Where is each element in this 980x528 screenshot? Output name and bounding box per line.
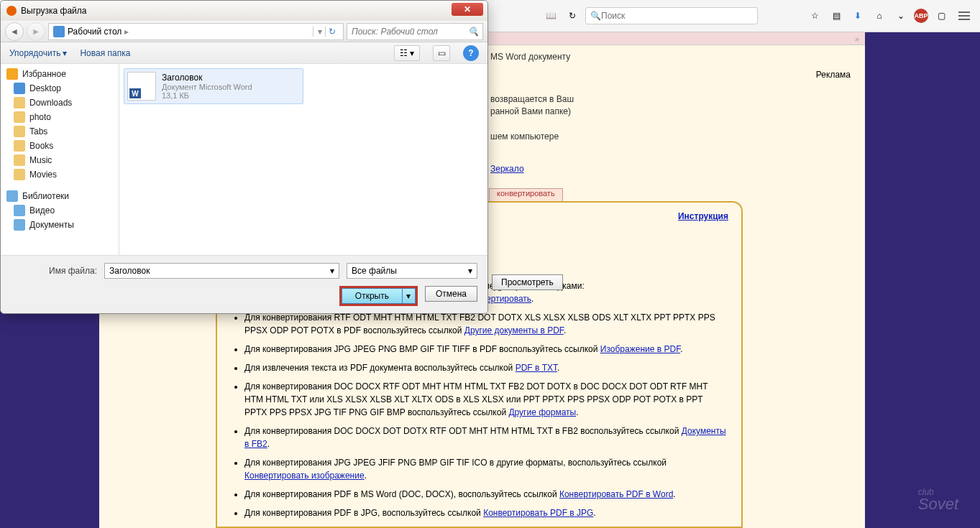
adblock-icon[interactable]: ABP [914,9,928,23]
chevron-down-icon: ▾ [468,266,472,276]
sidebar-item-downloads[interactable]: Downloads [1,96,119,110]
pdf-to-txt-link[interactable]: PDF в TXT [516,363,557,373]
dialog-title: Выгрузка файла [21,6,87,16]
dialog-search[interactable]: 🔍 [347,23,483,40]
file-type: Документ Microsoft Word [162,83,252,91]
word-file-icon [127,72,156,101]
sidebar-item-tabs[interactable]: Tabs [1,124,119,139]
search-field[interactable] [601,11,753,21]
page-text: MS Word документу [490,52,570,62]
filename-label: Имя файла: [11,266,97,276]
dialog-nav: ◄ ► Рабочий стол ▸ ▾ ↻ 🔍 [1,21,487,42]
dialog-sidebar: Избранное Desktop Downloads photo Tabs B… [1,64,119,255]
open-dropdown-button[interactable]: ▾ [403,288,416,304]
folder-icon [14,154,25,166]
organize-button[interactable]: Упорядочить ▾ [9,48,67,58]
folder-icon [14,97,25,108]
cancel-button[interactable]: Отмена [425,286,477,302]
view-options-button[interactable]: ☷ ▾ [394,45,420,61]
sidebar-item-video[interactable]: Видео [1,203,119,218]
file-list[interactable]: Заголовок Документ Microsoft Word 13,1 К… [119,64,487,255]
desktop-icon [53,26,65,37]
file-upload-dialog: Выгрузка файла ✕ ◄ ► Рабочий стол ▸ ▾ ↻ … [0,0,488,314]
pdf-to-jpg-link[interactable]: Конвертировать PDF в JPG [483,508,593,518]
help-button[interactable]: ? [463,45,479,61]
pocket-icon[interactable]: ⌄ [892,7,910,24]
filter-select[interactable]: Все файлы▾ [347,263,477,279]
search-icon: 🔍 [590,11,601,21]
sidebar-item-documents[interactable]: Документы [1,218,119,232]
dialog-titlebar[interactable]: Выгрузка файла ✕ [1,1,487,21]
mirror-link[interactable]: Зеркало [490,164,524,174]
sidebar-item-movies[interactable]: Movies [1,167,119,182]
breadcrumb[interactable]: Рабочий стол ▸ ▾ ↻ [48,23,344,40]
dialog-search-input[interactable] [352,27,468,37]
star-icon [6,68,18,80]
other-formats-link[interactable]: Другие форматы [508,407,576,417]
download-icon[interactable]: ⬇ [849,7,866,24]
documents-icon [14,219,25,231]
close-button[interactable]: ✕ [452,3,483,16]
page-text: ранной Вами папке) [490,106,571,116]
back-button[interactable]: ◄ [5,22,24,41]
open-button[interactable]: Открыть [342,288,403,304]
other-docs-pdf-link[interactable]: Другие документы в PDF [464,325,564,335]
desktop-icon [14,83,25,94]
new-folder-button[interactable]: Новая папка [80,48,130,58]
chevron-down-icon: ▾ [63,48,67,58]
folder-icon [14,126,25,137]
image-to-pdf-link[interactable]: Изображение в PDF [600,344,680,354]
refresh-icon[interactable]: ↻ [564,7,581,24]
bookmark-icon[interactable]: ☆ [806,7,823,24]
file-name: Заголовок [162,73,252,83]
pdf-to-word-link[interactable]: Конвертировать PDF в Word [559,489,673,499]
browse-button[interactable]: Просмотреть [492,274,563,290]
filename-input[interactable]: Заголовок▾ [104,263,339,279]
dialog-footer: Имя файла: Заголовок▾ Все файлы▾ Открыть… [1,255,487,313]
reader-icon[interactable]: 📖 [542,7,559,24]
refresh-icon[interactable]: ↻ [325,27,339,37]
sidebar-item-books[interactable]: Books [1,139,119,153]
libraries-header[interactable]: Библиотеки [1,189,119,203]
open-button-highlight: Открыть ▾ [339,286,418,306]
home-icon[interactable]: ⌂ [871,7,888,24]
search-icon: 🔍 [468,27,478,37]
menu-icon[interactable] [954,6,974,26]
folder-icon [14,111,25,123]
page-text: возвращается в Ваш [490,94,574,104]
video-icon [14,205,25,216]
ad-label: Реклама [816,70,851,80]
breadcrumb-dropdown-icon[interactable]: ▾ [313,27,322,37]
settings-icon[interactable]: ▢ [933,7,950,24]
sidebar-item-photo[interactable]: photo [1,110,119,124]
firefox-icon [6,6,17,16]
library-icon [6,190,18,202]
library-icon[interactable]: ▤ [828,7,845,24]
search-input[interactable]: 🔍 [585,7,758,24]
preview-button[interactable]: ▭ [433,45,450,61]
folder-icon [14,169,25,180]
chevron-down-icon: ▾ [330,266,334,276]
dialog-toolbar: Упорядочить ▾ Новая папка ☷ ▾ ▭ ? [1,42,487,64]
file-item[interactable]: Заголовок Документ Microsoft Word 13,1 К… [124,68,303,104]
convert-image-link[interactable]: Конвертировать изображение [244,471,365,481]
file-size: 13,1 КБ [162,91,252,100]
forward-button[interactable]: ► [27,22,45,41]
instructions-link[interactable]: Инструкция [678,211,728,221]
sidebar-item-music[interactable]: Music [1,153,119,167]
folder-icon [14,140,25,152]
favorites-header[interactable]: Избранное [1,67,119,81]
sidebar-item-desktop[interactable]: Desktop [1,81,119,96]
page-text: шем компьютере [490,131,559,142]
